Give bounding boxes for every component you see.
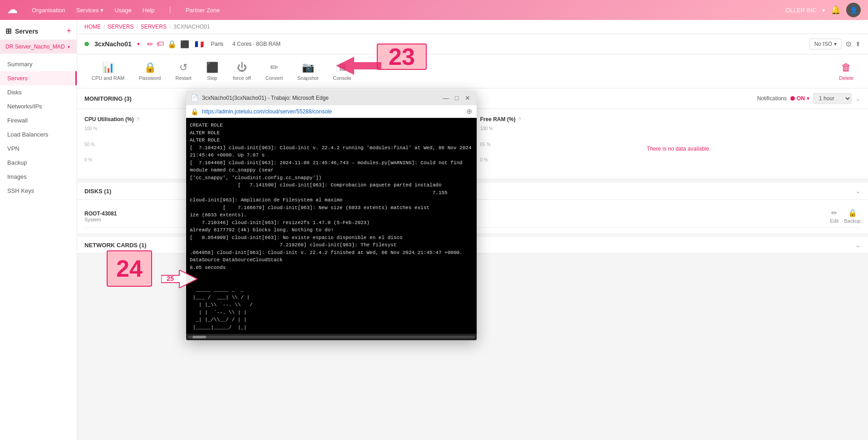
disk-actions: ✏ Edit 🔒 Backup bbox=[830, 209, 861, 224]
terminal-icon[interactable]: ⬛ bbox=[180, 40, 189, 49]
ram-chart-panel: Free RAM (%) ? 100 % 65 % 0 % There is n… bbox=[473, 109, 868, 179]
ram-chart-area: 100 % 65 % 0 % There is no data availabl… bbox=[480, 126, 861, 171]
nav-services[interactable]: Services ▾ bbox=[76, 7, 104, 14]
disk-backup-icon: 🔒 bbox=[848, 209, 857, 217]
breadcrumb-home[interactable]: HOME bbox=[84, 24, 101, 30]
cpu-y-50: 50 % bbox=[84, 142, 97, 147]
convert-button[interactable]: ✏ Convert bbox=[258, 58, 290, 84]
network-collapse-icon[interactable]: ⌄ bbox=[855, 241, 861, 249]
time-select[interactable]: 1 hour 6 hours 24 hours bbox=[813, 93, 852, 104]
nav-help[interactable]: Help bbox=[143, 7, 155, 14]
console-scrollbar[interactable] bbox=[188, 336, 475, 338]
edit-icon[interactable]: ✏ bbox=[147, 40, 153, 49]
monitoring-title: MONITORING (3) bbox=[84, 95, 132, 102]
nav-links: Organisation Services ▾ Usage Help | Par… bbox=[32, 6, 220, 14]
org-name[interactable]: OLLER INC bbox=[785, 7, 817, 14]
sidebar-item-summary[interactable]: Summary bbox=[0, 57, 77, 71]
avatar[interactable]: 👤 bbox=[846, 3, 861, 17]
sidebar-item-disks[interactable]: Disks bbox=[0, 85, 77, 99]
sidebar-dropdown[interactable]: DR Server_Nacho_MAD ▾ bbox=[0, 40, 77, 54]
sidebar-item-networks-ips[interactable]: Networks/IPs bbox=[0, 99, 77, 113]
breadcrumb-servers-2[interactable]: SERVERS bbox=[141, 24, 167, 30]
breadcrumb-servers-1[interactable]: SERVERS bbox=[108, 24, 133, 30]
breadcrumb-sep-2: / bbox=[136, 24, 138, 30]
server-name: 3cxNacho01 bbox=[94, 40, 132, 48]
snapshot-icon: 📷 bbox=[302, 62, 314, 73]
stop-button[interactable]: ⬛ Stop bbox=[199, 58, 226, 84]
disk-backup-button[interactable]: 🔒 Backup bbox=[844, 209, 861, 224]
console-button[interactable]: 🖥 Console bbox=[326, 58, 358, 84]
top-nav-right: OLLER INC ▾ 🔔 👤 bbox=[785, 3, 861, 17]
sidebar-item-load-balancers[interactable]: Load Balancers bbox=[0, 127, 77, 142]
breadcrumb: HOME / SERVERS / SERVERS / 3CXNACHO01 bbox=[77, 20, 868, 34]
disk-type: System bbox=[84, 217, 130, 222]
ram-y-65: 65 % bbox=[480, 142, 493, 147]
nav-usage[interactable]: Usage bbox=[114, 7, 132, 14]
snapshot-button[interactable]: 📷 Snapshot bbox=[290, 58, 326, 84]
lock-icon[interactable]: 🔒 bbox=[168, 40, 177, 49]
org-arrow[interactable]: ▾ bbox=[822, 7, 825, 14]
sidebar-add-button[interactable]: + bbox=[66, 26, 71, 36]
notifications-bar: Notifications ON ▾ 1 hour 6 hours 24 hou… bbox=[757, 93, 861, 104]
restart-button[interactable]: ↺ Restart bbox=[168, 58, 198, 84]
ram-chart-title: Free RAM (%) bbox=[480, 116, 516, 122]
console-window: 📄 3cxNacho01(3cxNacho01) - Trabajo: Micr… bbox=[186, 91, 477, 340]
toggle-dot bbox=[790, 96, 795, 101]
nav-organisation[interactable]: Organisation bbox=[32, 7, 65, 14]
console-scrollbar-thumb[interactable] bbox=[192, 336, 206, 338]
delete-icon: 🗑 bbox=[841, 62, 851, 73]
force-off-label: force off bbox=[233, 75, 251, 81]
console-title-text: 3cxNacho01(3cxNacho01) - Trabajo: Micros… bbox=[202, 95, 438, 101]
sidebar-dropdown-text: DR Server_Nacho_MAD bbox=[5, 44, 65, 50]
tag-icon[interactable]: 🏷 bbox=[157, 40, 164, 48]
disks-collapse-icon[interactable]: ⌄ bbox=[855, 187, 861, 195]
sidebar-item-backup[interactable]: Backup bbox=[0, 156, 77, 170]
zoom-icon[interactable]: ⊕ bbox=[466, 107, 472, 116]
sidebar-title-row: ⊞ Servers bbox=[5, 27, 38, 35]
bell-icon[interactable]: 🔔 bbox=[831, 5, 841, 15]
console-minimize-button[interactable]: — bbox=[441, 93, 450, 103]
console-close-button[interactable]: ✕ bbox=[463, 93, 472, 103]
sidebar-item-servers[interactable]: Servers bbox=[0, 71, 77, 85]
console-body[interactable]: CREATE ROLE ALTER ROLE ALTER ROLE [ 7.10… bbox=[186, 118, 477, 340]
sidebar-item-vpn[interactable]: VPN bbox=[0, 142, 77, 156]
sidebar-item-ssh-keys[interactable]: SSH Keys bbox=[0, 184, 77, 198]
expand-icon[interactable]: ⬆ bbox=[855, 40, 861, 48]
toggle-arrow: ▾ bbox=[807, 95, 809, 102]
ram-no-data-text: There is no data available. bbox=[638, 137, 720, 161]
ram-chart-help-icon[interactable]: ? bbox=[518, 117, 521, 122]
toggle-on-label: ON bbox=[797, 95, 805, 102]
console-restore-button[interactable]: □ bbox=[452, 93, 461, 103]
force-off-button[interactable]: ⏻ force off bbox=[226, 58, 258, 84]
cpu-y-labels: 100 % 50 % 0 % bbox=[84, 126, 97, 162]
sidebar-dropdown-arrow: ▾ bbox=[68, 44, 70, 49]
console-scrollbar-container[interactable] bbox=[186, 334, 477, 340]
console-url[interactable]: https://admin.jotelulu.com/cloud/server/… bbox=[202, 108, 463, 115]
ram-y-0: 0 % bbox=[480, 157, 493, 162]
sidebar-item-firewall[interactable]: Firewall bbox=[0, 113, 77, 127]
stop-icon: ⬛ bbox=[206, 62, 218, 73]
server-status-dot bbox=[84, 42, 89, 46]
disks-title: DISKS (1) bbox=[84, 188, 111, 195]
delete-button[interactable]: 🗑 Delete bbox=[832, 58, 861, 84]
cpu-ram-icon: 📊 bbox=[102, 62, 114, 73]
cpu-ram-button[interactable]: 📊 CPU and RAM bbox=[84, 58, 132, 84]
nav-partner-zone[interactable]: Partner Zone bbox=[186, 7, 220, 14]
ram-y-100: 100 % bbox=[480, 126, 493, 131]
disk-edit-button[interactable]: ✏ Edit bbox=[830, 209, 838, 224]
cpu-ram-label: CPU and RAM bbox=[92, 75, 124, 81]
monitoring-expand-icon[interactable]: ⌄ bbox=[855, 95, 861, 102]
iso-dropdown[interactable]: No ISO ▾ bbox=[809, 39, 842, 49]
server-flag: 🇫🇷 bbox=[195, 40, 204, 49]
notifications-toggle[interactable]: ON ▾ bbox=[790, 95, 809, 102]
password-button[interactable]: 🔒 Password bbox=[132, 58, 168, 84]
console-controls: — □ ✕ bbox=[441, 93, 472, 103]
network-title: NETWORK CARDS (1) bbox=[84, 242, 147, 249]
console-address-bar: 🔒 https://admin.jotelulu.com/cloud/serve… bbox=[186, 105, 477, 118]
server-header-right: No ISO ▾ ⚙ ⬆ bbox=[809, 39, 861, 49]
cpu-chart-help-icon[interactable]: ? bbox=[137, 117, 139, 122]
settings-gear-icon[interactable]: ⚙ bbox=[845, 40, 852, 49]
sidebar-item-images[interactable]: Images bbox=[0, 170, 77, 184]
server-dropdown-arrow[interactable]: ▾ bbox=[137, 41, 140, 47]
iso-arrow: ▾ bbox=[834, 41, 837, 47]
